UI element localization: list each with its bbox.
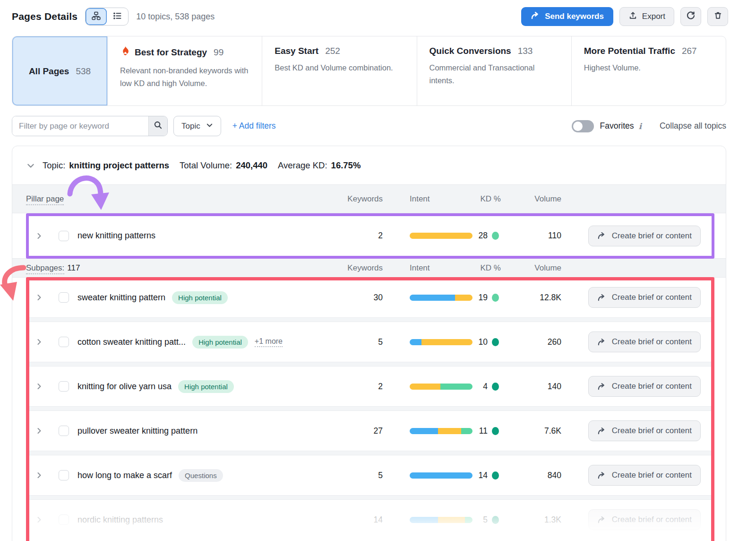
search-button[interactable] xyxy=(148,116,167,136)
page-name[interactable]: pullover sweater knitting pattern xyxy=(77,426,198,436)
export-button[interactable]: Export xyxy=(619,7,674,26)
high-potential-badge: High potential xyxy=(178,380,234,393)
row-checkbox[interactable] xyxy=(59,337,69,347)
column-intent: Intent xyxy=(399,194,465,204)
page-name[interactable]: sweater knitting pattern xyxy=(77,293,165,303)
page-name[interactable]: new knitting patterns xyxy=(77,231,155,241)
keywords-count: 2 xyxy=(335,382,383,392)
page-name[interactable]: how long to make a scarf xyxy=(77,471,172,480)
row-divider xyxy=(26,317,714,322)
column-volume: Volume xyxy=(501,194,561,204)
row-divider xyxy=(26,406,714,411)
kd-dot xyxy=(492,427,499,435)
expand-chevron-icon[interactable] xyxy=(26,338,52,346)
topic-average-kd: 16.75% xyxy=(331,160,361,171)
create-brief-button[interactable]: Create brief or content xyxy=(588,465,701,486)
row-checkbox[interactable] xyxy=(59,515,69,525)
table-row: how long to make a scarfQuestions 5 14 8… xyxy=(26,455,714,495)
expand-chevron-icon[interactable] xyxy=(26,383,52,390)
column-keywords: Keywords xyxy=(335,194,383,204)
collapse-all-topics-link[interactable]: Collapse all topics xyxy=(660,121,726,131)
intent-bar xyxy=(410,428,472,434)
tree-view-toggle[interactable] xyxy=(86,8,107,25)
pillar-row: new knitting patterns 2 28 110 Create br… xyxy=(12,213,726,258)
tab-more-potential-traffic[interactable]: More Potential Traffic267 Highest Volume… xyxy=(571,36,726,105)
subpages-header-band: Subpages:117 Keywords Intent KD % Volume xyxy=(12,258,726,278)
tab-easy-start[interactable]: Easy Start252 Best KD and Volume combina… xyxy=(262,36,416,105)
create-brief-button[interactable]: Create brief or content xyxy=(588,287,701,308)
info-icon[interactable]: i xyxy=(638,122,641,131)
row-checkbox[interactable] xyxy=(59,231,69,241)
top-bar: Pages Details xyxy=(12,6,728,27)
kd-dot xyxy=(492,232,499,240)
row-checkbox[interactable] xyxy=(59,470,69,480)
favorites-label: Favorites xyxy=(600,121,634,131)
create-brief-button[interactable]: Create brief or content xyxy=(588,332,701,352)
delete-button[interactable] xyxy=(707,7,728,26)
expand-chevron-icon[interactable] xyxy=(26,427,52,435)
volume-value: 12.8K xyxy=(501,293,561,303)
subpages-count: 117 xyxy=(67,263,80,272)
intent-bar xyxy=(410,472,472,479)
table-row: knitting for olive yarn usaHigh potentia… xyxy=(26,366,714,406)
chevron-down-icon xyxy=(206,122,213,131)
row-checkbox[interactable] xyxy=(59,426,69,436)
intent-bar xyxy=(410,339,472,345)
create-brief-button[interactable]: Create brief or content xyxy=(588,376,701,397)
kd-dot xyxy=(492,471,499,480)
create-brief-button[interactable]: Create brief or content xyxy=(588,509,701,530)
topic-name: knitting project patterns xyxy=(69,160,169,171)
expand-chevron-icon[interactable] xyxy=(26,471,52,479)
pillar-header-band: Pillar page Keywords Intent KD % Volume xyxy=(12,184,726,213)
refresh-button[interactable] xyxy=(680,7,701,26)
page-name[interactable]: knitting for olive yarn usa xyxy=(77,382,172,392)
row-checkbox[interactable] xyxy=(59,381,69,392)
expand-chevron-icon[interactable] xyxy=(26,232,52,240)
table-row: cotton sweater knitting patt...High pote… xyxy=(26,322,714,362)
volume-value: 140 xyxy=(501,382,561,392)
expand-chevron-icon[interactable] xyxy=(26,516,52,524)
page-name[interactable]: nordic knitting patterns xyxy=(77,515,163,525)
kd-value: 11 xyxy=(479,426,488,436)
questions-badge: Questions xyxy=(179,469,223,482)
expand-chevron-icon[interactable] xyxy=(26,294,52,301)
row-divider xyxy=(26,451,714,455)
tab-all-pages[interactable]: All Pages538 xyxy=(12,36,107,105)
search-box xyxy=(12,116,168,136)
table-row: pullover sweater knitting pattern 27 11 … xyxy=(26,411,714,451)
kd-value: 10 xyxy=(479,337,488,347)
keywords-count: 30 xyxy=(335,293,383,303)
export-icon xyxy=(628,11,637,22)
page-name[interactable]: cotton sweater knitting patt... xyxy=(77,337,186,347)
kd-value: 14 xyxy=(479,471,488,480)
volume-value: 1.3K xyxy=(501,515,561,525)
search-input[interactable] xyxy=(12,116,148,136)
favorites-toggle[interactable] xyxy=(572,120,594,132)
create-brief-button[interactable]: Create brief or content xyxy=(588,420,701,441)
row-checkbox[interactable] xyxy=(59,292,69,303)
collapse-topic-chevron-icon[interactable] xyxy=(26,161,35,170)
add-filters-link[interactable]: + Add filters xyxy=(232,121,276,131)
send-keywords-button[interactable]: Send keywords xyxy=(521,7,613,26)
filter-bar: Topic + Add filters Favorites i Collapse… xyxy=(12,116,726,136)
refresh-icon xyxy=(686,11,696,23)
kd-value: 28 xyxy=(479,231,488,241)
flame-icon xyxy=(120,46,130,59)
list-view-toggle[interactable] xyxy=(107,8,128,25)
create-brief-button[interactable]: Create brief or content xyxy=(588,226,701,246)
column-kd: KD % xyxy=(465,263,501,273)
table-row: sweater knitting patternHigh potential 3… xyxy=(26,278,714,317)
volume-value: 7.6K xyxy=(501,426,561,436)
tab-quick-conversions[interactable]: Quick Conversions133 Commercial and Tran… xyxy=(417,36,571,105)
kd-dot xyxy=(492,516,499,524)
trash-icon xyxy=(713,11,722,22)
segment-tabs: All Pages538 Best for Strategy99 Relevan… xyxy=(12,36,726,106)
row-divider xyxy=(26,495,714,500)
more-badges-link[interactable]: +1 more xyxy=(255,337,283,347)
topic-filter-dropdown[interactable]: Topic xyxy=(173,116,221,136)
tab-best-for-strategy[interactable]: Best for Strategy99 Relevant non-branded… xyxy=(107,36,262,105)
intent-bar xyxy=(410,384,472,390)
page-title: Pages Details xyxy=(12,11,77,22)
topic-panel: Topic:knitting project patterns Total Vo… xyxy=(12,146,726,541)
high-potential-badge: High potential xyxy=(172,291,228,304)
